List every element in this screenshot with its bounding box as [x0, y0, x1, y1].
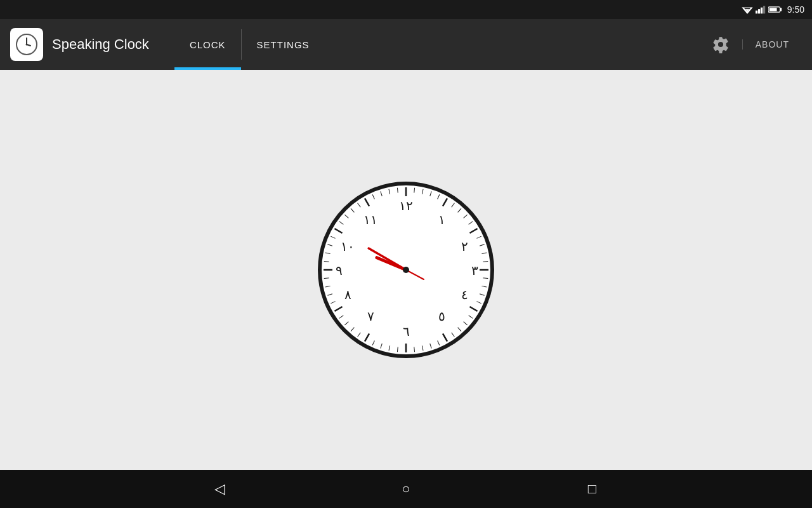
wifi-icon: [742, 5, 753, 14]
tab-settings[interactable]: SETTINGS: [242, 19, 325, 70]
svg-point-90: [403, 267, 409, 273]
tab-clock[interactable]: CLOCK: [174, 19, 241, 70]
svg-rect-3: [756, 11, 757, 14]
about-button[interactable]: ABOUT: [742, 39, 802, 50]
app-bar: Speaking Clock CLOCK SETTINGS ABOUT: [0, 19, 812, 70]
svg-text:٢: ٢: [461, 239, 468, 253]
status-time: 9:50: [787, 4, 804, 15]
svg-rect-9: [769, 8, 776, 11]
svg-rect-8: [780, 8, 782, 11]
svg-rect-6: [763, 6, 765, 13]
clock-wrapper: ١٢ ١ ٢ ٣ ٤ ٥ ٦ ٧ ٨ ٩ ١٠ ١١: [317, 181, 495, 359]
gear-icon: [712, 36, 730, 53]
main-content: ١٢ ١ ٢ ٣ ٤ ٥ ٦ ٧ ٨ ٩ ١٠ ١١: [0, 70, 812, 470]
status-bar: 9:50: [0, 0, 812, 19]
svg-text:١٠: ١٠: [341, 239, 355, 253]
svg-text:٧: ٧: [367, 309, 374, 323]
svg-text:٦: ٦: [403, 324, 410, 338]
back-button[interactable]: ◁: [207, 476, 233, 502]
analog-clock[interactable]: ١٢ ١ ٢ ٣ ٤ ٥ ٦ ٧ ٨ ٩ ١٠ ١١: [317, 181, 495, 359]
svg-point-13: [26, 44, 28, 46]
battery-icon: [768, 5, 782, 14]
svg-text:٤: ٤: [461, 288, 468, 302]
home-button[interactable]: ○: [393, 476, 419, 502]
svg-rect-5: [761, 8, 763, 14]
svg-text:٣: ٣: [471, 264, 478, 277]
signal-icon: [756, 5, 766, 14]
svg-rect-4: [758, 9, 760, 13]
svg-text:٩: ٩: [336, 264, 343, 277]
svg-text:١١: ١١: [363, 213, 377, 227]
status-icons: 9:50: [742, 4, 804, 15]
action-buttons: ABOUT: [699, 36, 802, 53]
settings-button[interactable]: [699, 36, 742, 53]
svg-text:١٢: ١٢: [399, 199, 413, 213]
app-title: Speaking Clock: [52, 36, 149, 53]
svg-text:٨: ٨: [344, 288, 351, 302]
svg-text:١: ١: [438, 213, 445, 227]
svg-text:٥: ٥: [438, 309, 445, 323]
app-icon: [10, 28, 43, 61]
recents-button[interactable]: □: [579, 476, 605, 502]
clock-app-icon: [15, 33, 38, 56]
tab-container: CLOCK SETTINGS: [174, 19, 325, 70]
nav-bar: ◁ ○ □: [0, 470, 812, 508]
